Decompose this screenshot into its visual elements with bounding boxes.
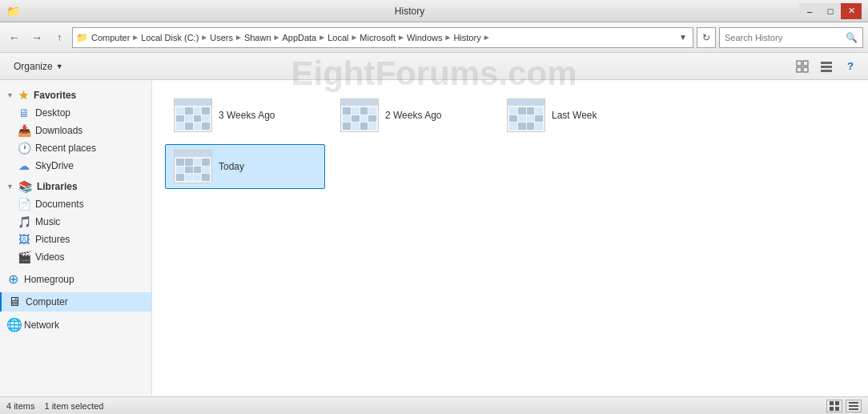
libraries-icon: 📚	[18, 180, 32, 193]
search-input[interactable]	[725, 33, 846, 42]
status-list-view-button[interactable]	[846, 400, 862, 412]
sidebar-item-music[interactable]: 🎵 Music	[0, 213, 151, 231]
organize-dropdown-icon: ▼	[56, 62, 63, 70]
breadcrumb-shawn[interactable]: Shawn	[244, 33, 271, 42]
address-bar[interactable]: 📁 Computer ► Local Disk (C:) ► Users ► S…	[72, 27, 693, 48]
documents-icon: 📄	[18, 198, 30, 211]
help-button[interactable]: ?	[839, 56, 862, 77]
item-count: 4 items	[6, 401, 34, 411]
breadcrumb-appdata[interactable]: AppData	[282, 33, 316, 42]
back-button[interactable]: ←	[5, 28, 24, 47]
status-view-toggle	[826, 400, 862, 412]
documents-label: Documents	[35, 199, 84, 210]
svg-rect-6	[821, 70, 832, 72]
svg-rect-8	[835, 401, 839, 405]
favorites-header[interactable]: ▼ ★ Favorites	[0, 86, 151, 104]
sidebar-item-documents[interactable]: 📄 Documents	[0, 195, 151, 213]
titlebar: 📁 History – □ ✕	[0, 0, 868, 22]
window-title: History	[20, 6, 799, 17]
folder-thumb-lastweek	[507, 98, 545, 132]
recent-icon: 🕐	[18, 142, 30, 155]
sidebar-item-desktop[interactable]: 🖥 Desktop	[0, 104, 151, 122]
minimize-button[interactable]: –	[799, 3, 820, 19]
desktop-icon: 🖥	[18, 107, 30, 119]
sidebar: ▼ ★ Favorites 🖥 Desktop 📥 Downloads 🕐 Re…	[0, 80, 152, 396]
computer-icon: 🖥	[8, 295, 21, 309]
folder-grid: 3 Weeks Ago	[165, 93, 855, 138]
forward-button[interactable]: →	[27, 28, 46, 47]
svg-rect-10	[835, 407, 839, 411]
main-area: ▼ ★ Favorites 🖥 Desktop 📥 Downloads 🕐 Re…	[0, 80, 868, 396]
folder-label-today: Today	[219, 161, 244, 172]
recent-label: Recent places	[35, 143, 96, 154]
videos-icon: 🎬	[18, 251, 30, 263]
folder-label-lastweek: Last Week	[552, 110, 597, 121]
homegroup-label: Homegroup	[24, 274, 74, 285]
folder-thumb-2weeks	[340, 98, 379, 132]
search-box[interactable]: 🔍	[719, 27, 863, 48]
homegroup-icon: ⊕	[6, 271, 19, 287]
sidebar-item-pictures[interactable]: 🖼 Pictures	[0, 231, 151, 248]
svg-rect-3	[803, 67, 808, 72]
folder-item-today[interactable]: Today	[165, 144, 325, 189]
network-section: 🌐 Network	[0, 315, 151, 335]
svg-rect-2	[797, 67, 802, 72]
libraries-label: Libraries	[37, 181, 78, 192]
view-options-button[interactable]	[791, 56, 814, 77]
network-icon: 🌐	[6, 317, 19, 332]
favorites-expand-icon: ▼	[6, 91, 14, 99]
sidebar-item-recent[interactable]: 🕐 Recent places	[0, 139, 151, 157]
sidebar-item-videos[interactable]: 🎬 Videos	[0, 248, 151, 266]
breadcrumb-history[interactable]: History	[453, 33, 480, 42]
videos-label: Videos	[35, 251, 64, 263]
breadcrumb-c[interactable]: Local Disk (C:)	[141, 33, 199, 42]
music-label: Music	[35, 216, 60, 227]
search-icon[interactable]: 🔍	[846, 32, 858, 43]
maximize-button[interactable]: □	[820, 3, 841, 19]
folder-item-3weeks[interactable]: 3 Weeks Ago	[165, 93, 325, 138]
breadcrumb-windows[interactable]: Windows	[407, 33, 443, 42]
organize-button[interactable]: Organize ▼	[6, 57, 70, 76]
folder-label-2weeks: 2 Weeks Ago	[385, 110, 442, 121]
breadcrumb-microsoft[interactable]: Microsoft	[360, 33, 396, 42]
layout-toggle-button[interactable]	[815, 56, 838, 77]
folder-row-2: Today	[165, 144, 855, 189]
close-button[interactable]: ✕	[841, 3, 862, 19]
svg-rect-13	[849, 408, 858, 410]
svg-rect-7	[830, 401, 834, 405]
sidebar-item-homegroup[interactable]: ⊕ Homegroup	[0, 269, 151, 289]
view-grid-icon	[796, 60, 809, 73]
folder-item-2weeks[interactable]: 2 Weeks Ago	[332, 93, 492, 138]
list-icon	[849, 401, 858, 411]
sidebar-item-computer[interactable]: 🖥 Computer	[0, 292, 151, 312]
breadcrumb-users[interactable]: Users	[210, 33, 233, 42]
status-info: 4 items 1 item selected	[6, 401, 103, 411]
sidebar-item-downloads[interactable]: 📥 Downloads	[0, 122, 151, 139]
content-area: 3 Weeks Ago	[152, 80, 868, 396]
svg-rect-9	[830, 407, 834, 411]
folder-thumb-3weeks	[174, 98, 212, 132]
downloads-icon: 📥	[18, 124, 30, 137]
up-button[interactable]: ↑	[50, 28, 69, 47]
navigation-toolbar: ← → ↑ 📁 Computer ► Local Disk (C:) ► Use…	[0, 22, 868, 53]
folder-thumb-today	[174, 150, 212, 183]
libraries-header[interactable]: ▼ 📚 Libraries	[0, 178, 151, 195]
libraries-expand-icon: ▼	[6, 183, 14, 191]
homegroup-section: ⊕ Homegroup	[0, 269, 151, 289]
skydrive-label: SkyDrive	[35, 160, 74, 171]
computer-label: Computer	[26, 296, 68, 307]
favorites-star-icon: ★	[18, 89, 29, 102]
address-dropdown-arrow[interactable]: ▼	[677, 33, 689, 42]
breadcrumb-local[interactable]: Local	[328, 33, 348, 42]
sidebar-item-network[interactable]: 🌐 Network	[0, 315, 151, 335]
title-icon: 📁	[6, 5, 20, 18]
skydrive-icon: ☁	[18, 159, 30, 172]
svg-rect-11	[849, 402, 858, 404]
refresh-button[interactable]: ↻	[697, 27, 716, 48]
selection-info: 1 item selected	[44, 401, 103, 411]
sidebar-item-skydrive[interactable]: ☁ SkyDrive	[0, 157, 151, 175]
breadcrumb-computer[interactable]: Computer	[91, 33, 130, 42]
status-grid-view-button[interactable]	[826, 400, 842, 412]
svg-rect-12	[849, 405, 858, 407]
folder-item-lastweek[interactable]: Last Week	[498, 93, 658, 138]
